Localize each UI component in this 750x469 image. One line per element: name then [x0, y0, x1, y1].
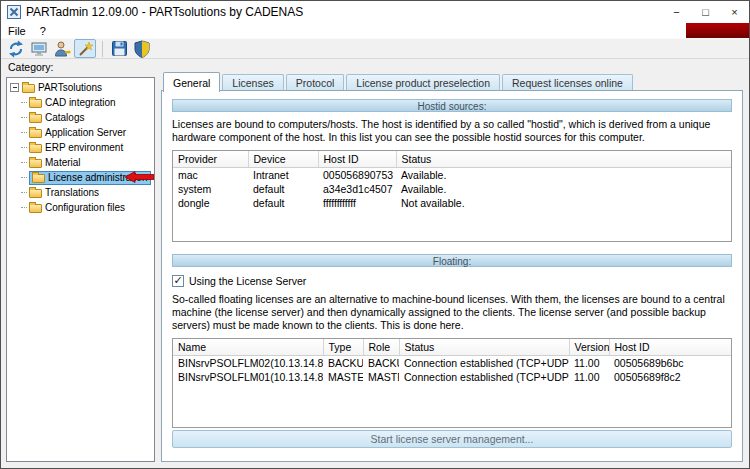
tree-item-configuration-files[interactable]: Configuration files [7, 200, 154, 215]
table-row[interactable]: BINsrvPSOLFLM02(10.13.14.89):2004 BACKUP… [173, 356, 731, 371]
table-row[interactable]: mac Intranet 005056890753 Available. [173, 168, 731, 183]
column-header-hostid[interactable]: Host ID [318, 151, 396, 168]
branch-line [21, 102, 27, 103]
tree-item-material[interactable]: Material [7, 155, 154, 170]
tree-item-label: PARTsolutions [38, 82, 102, 93]
hostid-table: Provider Device Host ID Status mac Intra… [172, 150, 732, 242]
tree-item-label: Application Server [45, 127, 126, 138]
floating-header: Floating: [172, 254, 732, 267]
cell-type: BACKUP [323, 356, 363, 371]
folder-icon [29, 159, 42, 168]
menu-help[interactable]: ? [33, 23, 53, 38]
toolbar [1, 38, 749, 59]
menu-file[interactable]: File [1, 23, 33, 38]
cell-device: default [248, 196, 318, 210]
cell-device: Intranet [248, 168, 318, 183]
cell-version: 11.00 [569, 370, 609, 384]
tree-item-label: ERP environment [45, 142, 123, 153]
column-header-version[interactable]: Version [569, 339, 609, 356]
folder-icon [29, 189, 42, 198]
app-window: PARTadmin 12.09.00 - PARTsolutions by CA… [0, 0, 750, 469]
cell-name: BINsrvPSOLFLM02(10.13.14.89):2004 [173, 356, 323, 371]
column-header-provider[interactable]: Provider [173, 151, 248, 168]
license-server-checkbox-label: Using the License Server [189, 275, 306, 287]
title-bar[interactable]: PARTadmin 12.09.00 - PARTsolutions by CA… [1, 1, 749, 23]
computer-icon[interactable] [28, 39, 50, 58]
column-header-device[interactable]: Device [248, 151, 318, 168]
cell-hostid: 00505689f8c2 [609, 370, 731, 384]
table-row[interactable]: system default a34e3d1c4507 Available. [173, 182, 731, 196]
cell-hostid: 00505689b6bc [609, 356, 731, 371]
cell-status: Not available. [396, 196, 731, 210]
check-icon: ✓ [173, 275, 182, 285]
cell-role: BACKUP [363, 356, 399, 371]
uac-shield-icon[interactable] [131, 39, 153, 58]
branch-line [21, 207, 27, 208]
branch-line [21, 192, 27, 193]
branch-line [21, 117, 27, 118]
tree-item-label: Translations [45, 187, 99, 198]
cell-version: 11.00 [569, 356, 609, 371]
license-server-checkbox[interactable]: ✓ [172, 275, 184, 287]
cell-role: MASTER [363, 370, 399, 384]
folder-icon [29, 129, 42, 138]
app-icon [7, 5, 21, 19]
tab-licenses[interactable]: Licenses [222, 74, 283, 91]
folder-icon [29, 144, 42, 153]
window-controls: − □ × [662, 1, 749, 23]
branch-line [21, 132, 27, 133]
minimize-button[interactable]: − [662, 1, 691, 23]
tree-item-catalogs[interactable]: Catalogs [7, 110, 154, 125]
column-header-hostid[interactable]: Host ID [609, 339, 731, 356]
column-header-type[interactable]: Type [323, 339, 363, 356]
cell-hostid: a34e3d1c4507 [318, 182, 396, 196]
tree-item-label: Catalogs [45, 112, 84, 123]
window-title: PARTadmin 12.09.00 - PARTsolutions by CA… [26, 5, 303, 19]
cell-status: Available. [396, 168, 731, 183]
user-permissions-icon[interactable] [51, 39, 73, 58]
maximize-button[interactable]: □ [691, 1, 720, 23]
branch-line [21, 162, 27, 163]
tab-request-licenses-online[interactable]: Request licenses online [502, 74, 633, 91]
folder-icon [29, 204, 42, 213]
tab-general[interactable]: General [163, 72, 220, 92]
license-server-table: Name Type Role Status Version Host ID BI… [172, 338, 732, 428]
tree-item-application-server[interactable]: Application Server [7, 125, 154, 140]
open-folder-icon [22, 84, 35, 93]
floating-description: So-called floating licenses are an alter… [172, 293, 732, 332]
cell-name: BINsrvPSOLFLM01(10.13.14.88):2004 [173, 370, 323, 384]
save-icon[interactable] [108, 39, 130, 58]
table-row[interactable]: dongle default ffffffffffff Not availabl… [173, 196, 731, 210]
tree-item-cad-integration[interactable]: CAD integration [7, 95, 154, 110]
update-icon[interactable] [5, 39, 27, 58]
column-header-status[interactable]: Status [399, 339, 569, 356]
wizard-wand-icon[interactable] [74, 39, 96, 58]
start-license-server-management-button[interactable]: Start license server management... [172, 430, 732, 448]
tab-protocol[interactable]: Protocol [286, 74, 345, 91]
cell-status: Connection established (TCP+UDP) [399, 356, 569, 371]
cell-status: Available. [396, 182, 731, 196]
category-tree: PARTsolutions CAD integration Catalogs A… [6, 77, 155, 462]
cell-status: Connection established (TCP+UDP) [399, 370, 569, 384]
column-header-role[interactable]: Role [363, 339, 399, 356]
close-button[interactable]: × [720, 1, 749, 23]
tab-license-product-preselection[interactable]: License product preselection [346, 74, 500, 91]
cell-provider: system [173, 182, 248, 196]
tree-item-partsolutions[interactable]: PARTsolutions [7, 80, 154, 95]
branch-line [21, 177, 27, 178]
table-row[interactable]: BINsrvPSOLFLM01(10.13.14.88):2004 MASTER… [173, 370, 731, 384]
hostid-description: Licenses are bound to computers/hosts. T… [172, 118, 732, 144]
column-header-name[interactable]: Name [173, 339, 323, 356]
column-header-status[interactable]: Status [396, 151, 731, 168]
cell-provider: mac [173, 168, 248, 183]
collapse-icon[interactable] [10, 83, 19, 92]
hostid-sources-header: Hostid sources: [172, 99, 732, 112]
category-label: Category: [8, 61, 54, 73]
tree-item-label: Configuration files [45, 202, 125, 213]
tree-item-translations[interactable]: Translations [7, 185, 154, 200]
branch-line [21, 147, 27, 148]
tree-item-label: Material [45, 157, 81, 168]
annotation-arrow-icon [125, 171, 155, 183]
main-content: General Licenses Protocol License produc… [161, 71, 743, 462]
tree-item-erp-environment[interactable]: ERP environment [7, 140, 154, 155]
